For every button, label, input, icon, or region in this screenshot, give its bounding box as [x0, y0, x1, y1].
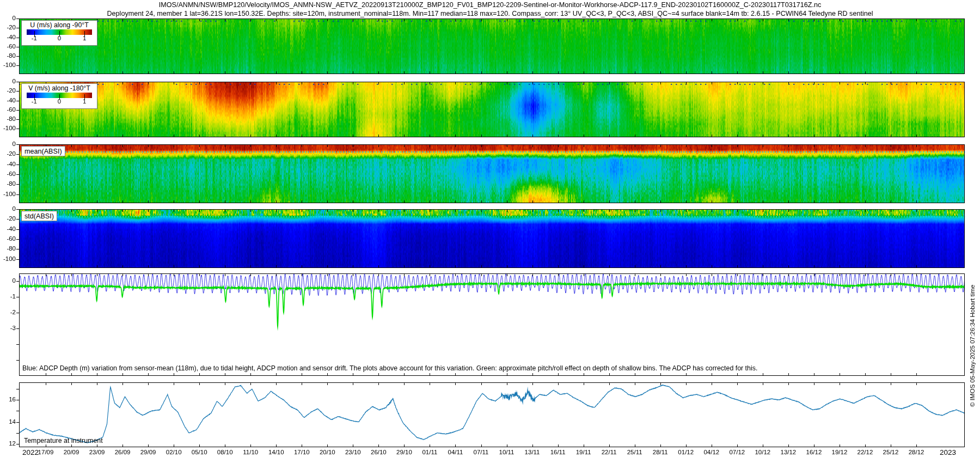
y-tick-label: -20 [0, 150, 16, 157]
temperature-label: Temperature at instrument [24, 437, 103, 444]
u-colorbar-gradient [27, 29, 92, 35]
y-tick-label: 12 [0, 440, 16, 447]
u-colorbar-ticks: -1 0 1 [27, 35, 92, 42]
depth-variation-annotation: Blue: ADCP Depth (m) variation from sens… [22, 364, 757, 372]
colorbar-tick-label: 1 [83, 98, 86, 105]
y-tick-label: -40 [0, 34, 16, 40]
figure-title-line1: IMOS/ANMN/NSW/BMP120/Velocity/IMOS_ANMN-… [0, 1, 980, 9]
legend-mean-absi: mean(ABSI) [21, 146, 65, 156]
colorbar-tick-label: 1 [83, 35, 86, 41]
y-tick-label: 14 [0, 418, 16, 425]
y-tick-label: -80 [0, 180, 16, 187]
y-tick-label: -80 [0, 52, 16, 59]
y-tick-label: -100 [0, 62, 16, 68]
y-tick-label: -60 [0, 235, 16, 242]
y-tick-label: -40 [0, 97, 16, 103]
legend-v-colorbar: V (m/s) along -180°T -1 0 1 [21, 83, 97, 109]
y-tick-label: -40 [0, 226, 16, 232]
y-tick-label: -2 [0, 309, 16, 315]
plots-canvas [0, 0, 980, 463]
y-tick-label: 0 [0, 277, 16, 284]
colorbar-tick-label: -1 [32, 98, 37, 105]
y-tick-label: -60 [0, 43, 16, 50]
legend-u-colorbar: U (m/s) along -90°T -1 0 1 [21, 20, 97, 46]
y-tick-label: 16 [0, 396, 16, 403]
y-tick-label: -40 [0, 161, 16, 167]
figure-title-line2: Deployment 24, member 1 lat=36.21S lon=1… [0, 10, 980, 17]
y-tick-label: -20 [0, 215, 16, 222]
y-tick-label: -60 [0, 106, 16, 113]
y-tick-label: -20 [0, 87, 16, 94]
y-tick-label: -100 [0, 125, 16, 131]
imos-watermark: © IMOS 05-May-2025 07:26:34 Hobart time [969, 285, 976, 407]
x-tick-label: 28/12 [901, 449, 932, 455]
colorbar-tick-label: 0 [58, 35, 61, 41]
y-tick-label: 0 [0, 141, 16, 147]
legend-u-title: U (m/s) along -90°T [22, 21, 97, 29]
y-tick-label: -80 [0, 245, 16, 252]
legend-v-title: V (m/s) along -180°T [22, 84, 97, 92]
year-label-right: 2023 [940, 448, 956, 456]
y-tick-label: 0 [0, 205, 16, 212]
y-tick-label: -1 [0, 293, 16, 300]
v-colorbar-gradient [27, 93, 92, 98]
legend-std-absi: std(ABSI) [21, 211, 57, 221]
y-tick-label: -3 [0, 325, 16, 331]
y-tick-label: -60 [0, 170, 16, 177]
y-tick-label: -100 [0, 191, 16, 197]
figure-root: IMOS/ANMN/NSW/BMP120/Velocity/IMOS_ANMN-… [0, 0, 980, 463]
colorbar-tick-label: 0 [58, 98, 61, 105]
v-colorbar-ticks: -1 0 1 [27, 98, 92, 105]
y-tick-label: -80 [0, 115, 16, 122]
y-tick-label: -20 [0, 24, 16, 31]
y-tick-label: -100 [0, 255, 16, 262]
colorbar-tick-label: -1 [32, 35, 37, 41]
y-tick-label: 0 [0, 15, 16, 21]
y-tick-label: 0 [0, 78, 16, 84]
year-label-left: 2022 [22, 448, 39, 456]
